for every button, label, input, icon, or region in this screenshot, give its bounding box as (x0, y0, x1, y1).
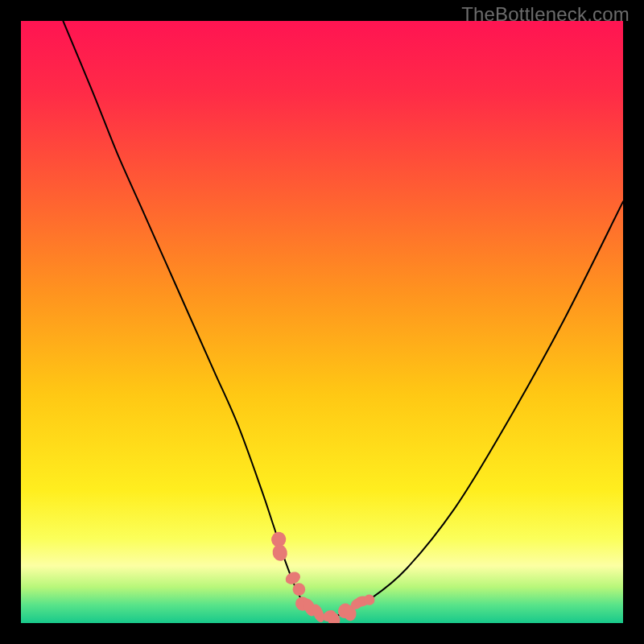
chart-plot (21, 21, 623, 623)
scatter-point (293, 583, 306, 596)
watermark-text: TheBottleneck.com (461, 3, 630, 26)
chart-frame: TheBottleneck.com (0, 0, 644, 644)
heatmap-background (21, 21, 623, 623)
